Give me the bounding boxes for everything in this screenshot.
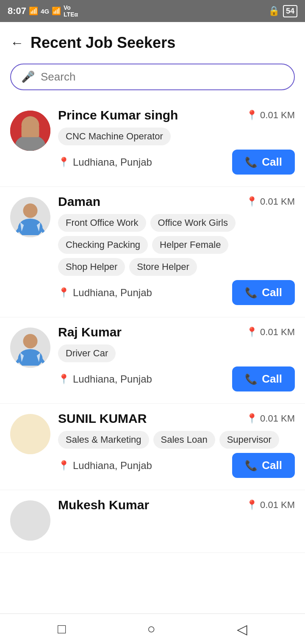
distance-value: 0.01 KM: [260, 196, 295, 207]
call-label: Call: [262, 286, 282, 299]
lock-icon: 🔒: [268, 6, 280, 17]
card-bottom: 📍 Ludhiana, Punjab 📞 Call: [58, 280, 295, 305]
distance-badge: 📍 0.01 KM: [246, 110, 295, 121]
list-item: Mukesh Kumar 📍 0.01 KM: [0, 490, 305, 553]
tag: Supervisor: [219, 431, 279, 449]
phone-icon: 📞: [245, 156, 258, 168]
signal-icon: 📶: [29, 6, 38, 16]
avatar: [10, 414, 50, 454]
4g-label: 4G: [41, 8, 49, 15]
back-nav-icon[interactable]: ◁: [237, 621, 247, 637]
card-bottom: 📍 Ludhiana, Punjab 📞 Call: [58, 366, 295, 391]
distance-badge: 📍 0.01 KM: [246, 413, 295, 424]
tag: Sales & Marketing: [58, 431, 149, 449]
location-text: Ludhiana, Punjab: [73, 156, 152, 168]
svg-point-11: [23, 334, 38, 348]
search-bar[interactable]: 🎤: [10, 64, 295, 90]
distance-pin-icon: 📍: [246, 500, 258, 511]
distance-pin-icon: 📍: [246, 110, 258, 121]
location-pin-icon: 📍: [58, 287, 69, 298]
tag: Checking Packing: [58, 236, 148, 254]
seeker-name: Prince Kumar singh: [58, 108, 246, 122]
tag: Sales Loan: [153, 431, 215, 449]
card-content: Raj Kumar 📍 0.01 KM Driver Car 📍 Ludhian…: [58, 325, 295, 391]
card-bottom: 📍 Ludhiana, Punjab 📞 Call: [58, 150, 295, 175]
call-button[interactable]: 📞 Call: [232, 280, 295, 305]
distance-value: 0.01 KM: [260, 413, 295, 424]
list-item: Daman 📍 0.01 KM Front Office WorkOffice …: [0, 187, 305, 317]
card-content: SUNIL KUMAR 📍 0.01 KM Sales & MarketingS…: [58, 411, 295, 478]
card-top: SUNIL KUMAR 📍 0.01 KM: [58, 411, 295, 426]
list-item: SUNIL KUMAR 📍 0.01 KM Sales & MarketingS…: [0, 404, 305, 490]
bottom-navigation: □ ○ ◁: [0, 613, 305, 644]
microphone-icon[interactable]: 🎤: [21, 70, 35, 83]
signal-icon-2: 📶: [52, 6, 61, 16]
distance-value: 0.01 KM: [260, 327, 295, 338]
avatar: [10, 111, 50, 151]
tag: Driver Car: [58, 344, 116, 362]
call-button[interactable]: 📞 Call: [232, 366, 295, 391]
call-button[interactable]: 📞 Call: [232, 150, 295, 175]
search-input[interactable]: [41, 70, 284, 83]
time-display: 8:07: [8, 6, 26, 17]
avatar: [10, 197, 50, 237]
volte-label: VoLTEα: [64, 4, 78, 18]
card-top: Prince Kumar singh 📍 0.01 KM: [58, 108, 295, 122]
location-text: Ludhiana, Punjab: [73, 373, 152, 385]
call-label: Call: [262, 372, 282, 386]
distance-value: 0.01 KM: [260, 500, 295, 511]
list-item: Prince Kumar singh 📍 0.01 KM CNC Machine…: [0, 100, 305, 187]
card-location: 📍 Ludhiana, Punjab: [58, 460, 152, 472]
tag: Office Work Girls: [150, 214, 236, 232]
call-button[interactable]: 📞 Call: [232, 453, 295, 478]
tag: CNC Machine Operator: [58, 128, 171, 145]
card-bottom: 📍 Ludhiana, Punjab 📞 Call: [58, 453, 295, 478]
status-bar: 8:07 📶 4G 📶 VoLTEα 🔒 54: [0, 0, 305, 22]
distance-badge: 📍 0.01 KM: [246, 500, 295, 511]
card-top: Daman 📍 0.01 KM: [58, 194, 295, 209]
tags-list: Sales & MarketingSales LoanSupervisor: [58, 431, 295, 449]
location-pin-icon: 📍: [58, 460, 69, 471]
location-pin-icon: 📍: [58, 157, 69, 168]
back-button[interactable]: ←: [10, 36, 24, 50]
card-content: Daman 📍 0.01 KM Front Office WorkOffice …: [58, 194, 295, 305]
square-nav-icon[interactable]: □: [58, 621, 66, 637]
phone-icon: 📞: [245, 373, 258, 385]
distance-pin-icon: 📍: [246, 327, 258, 338]
tags-list: Front Office WorkOffice Work GirlsChecki…: [58, 214, 295, 276]
svg-rect-3: [22, 126, 39, 137]
card-location: 📍 Ludhiana, Punjab: [58, 373, 152, 385]
location-text: Ludhiana, Punjab: [73, 287, 152, 299]
call-label: Call: [262, 459, 282, 472]
card-top: Mukesh Kumar 📍 0.01 KM: [58, 498, 295, 512]
tag: Shop Helper: [58, 258, 125, 276]
list-item: Raj Kumar 📍 0.01 KM Driver Car 📍 Ludhian…: [0, 317, 305, 404]
svg-point-4: [23, 203, 38, 218]
status-left: 8:07 📶 4G 📶 VoLTEα: [8, 4, 78, 18]
tag: Store Helper: [129, 258, 197, 276]
distance-pin-icon: 📍: [246, 413, 258, 424]
distance-badge: 📍 0.01 KM: [246, 327, 295, 338]
header: ← Recent Job Seekers: [0, 22, 305, 58]
location-text: Ludhiana, Punjab: [73, 460, 152, 472]
tag: Front Office Work: [58, 214, 146, 232]
phone-icon: 📞: [245, 460, 258, 472]
circle-nav-icon[interactable]: ○: [147, 621, 155, 637]
card-content: Prince Kumar singh 📍 0.01 KM CNC Machine…: [58, 108, 295, 175]
card-location: 📍 Ludhiana, Punjab: [58, 156, 152, 168]
card-content: Mukesh Kumar 📍 0.01 KM: [58, 498, 295, 516]
tags-list: Driver Car: [58, 344, 295, 362]
distance-value: 0.01 KM: [260, 110, 295, 121]
battery-display: 54: [283, 5, 297, 17]
seeker-name: Mukesh Kumar: [58, 498, 246, 512]
status-right: 🔒 54: [268, 5, 297, 17]
avatar: [10, 328, 50, 368]
seeker-name: SUNIL KUMAR: [58, 411, 246, 426]
avatar: [10, 500, 50, 541]
call-label: Call: [262, 155, 282, 169]
page-title: Recent Job Seekers: [30, 34, 175, 52]
card-top: Raj Kumar 📍 0.01 KM: [58, 325, 295, 339]
location-pin-icon: 📍: [58, 374, 69, 385]
phone-icon: 📞: [245, 287, 258, 299]
job-seekers-list: Prince Kumar singh 📍 0.01 KM CNC Machine…: [0, 100, 305, 553]
